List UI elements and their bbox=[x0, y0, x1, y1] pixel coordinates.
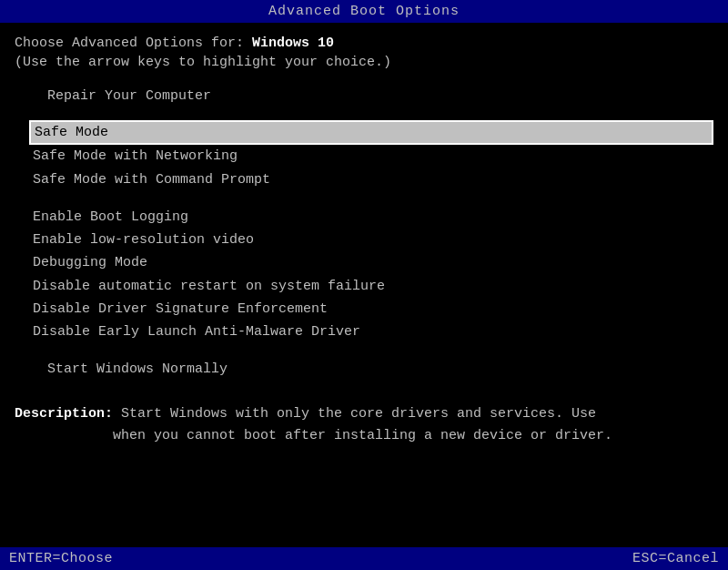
menu-item-enable-low-res-video[interactable]: Enable low-resolution video bbox=[29, 229, 713, 251]
menu-item-debugging-mode[interactable]: Debugging Mode bbox=[29, 251, 713, 274]
menu-item-enable-boot-logging[interactable]: Enable Boot Logging bbox=[29, 206, 713, 229]
menu-item-safe-mode-networking[interactable]: Safe Mode with Networking bbox=[29, 145, 713, 168]
menu-item-safe-mode[interactable]: Safe Mode bbox=[29, 120, 713, 145]
description-line1: Start Windows with only the core drivers… bbox=[113, 406, 596, 422]
group-spacer-2 bbox=[29, 343, 713, 358]
description-label: Description: bbox=[15, 406, 113, 422]
group-spacer-1 bbox=[29, 191, 713, 206]
description-line2: when you cannot boot after installing a … bbox=[113, 428, 612, 443]
menu-item-disable-antimalware[interactable]: Disable Early Launch Anti-Malware Driver bbox=[29, 321, 713, 343]
title-bar: Advanced Boot Options bbox=[0, 0, 728, 23]
menu-options: Safe Mode Safe Mode with Networking Safe… bbox=[29, 120, 713, 382]
main-content: Choose Advanced Options for: Windows 10 … bbox=[0, 23, 728, 547]
repair-option[interactable]: Repair Your Computer bbox=[47, 88, 713, 104]
choose-prefix: Choose Advanced Options for: bbox=[15, 36, 252, 51]
title-text: Advanced Boot Options bbox=[268, 4, 460, 19]
menu-item-disable-driver-sig[interactable]: Disable Driver Signature Enforcement bbox=[29, 298, 713, 321]
arrow-hint: (Use the arrow keys to highlight your ch… bbox=[15, 55, 713, 70]
enter-hint: ENTER=Choose bbox=[9, 551, 113, 566]
menu-item-safe-mode-command-prompt[interactable]: Safe Mode with Command Prompt bbox=[29, 168, 713, 191]
description-area: Description: Start Windows with only the… bbox=[15, 403, 713, 447]
bottom-bar: ENTER=Choose ESC=Cancel bbox=[0, 547, 728, 570]
os-name: Windows 10 bbox=[252, 36, 334, 51]
menu-item-start-normally[interactable]: Start Windows Normally bbox=[44, 358, 713, 381]
choose-line: Choose Advanced Options for: Windows 10 bbox=[15, 36, 713, 51]
menu-item-disable-auto-restart[interactable]: Disable automatic restart on system fail… bbox=[29, 275, 713, 298]
esc-hint: ESC=Cancel bbox=[632, 551, 719, 566]
